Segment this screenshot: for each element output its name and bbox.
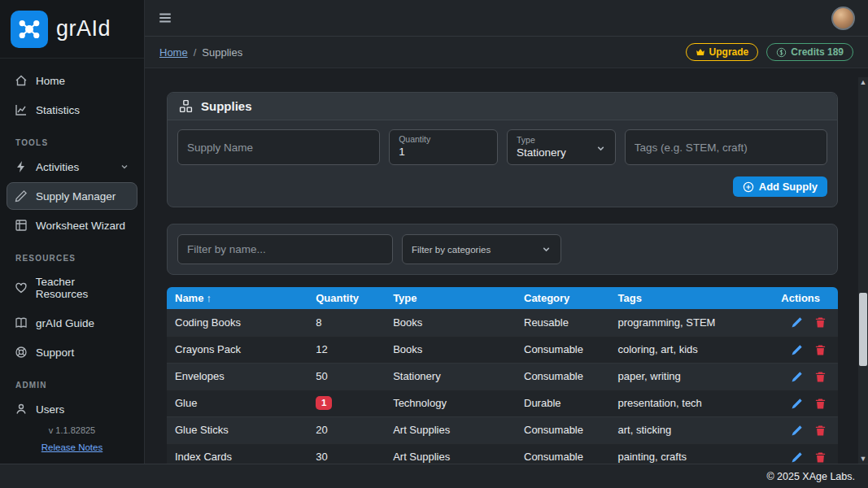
topbar (145, 0, 868, 37)
edit-icon[interactable] (791, 371, 803, 383)
delete-icon[interactable] (814, 371, 827, 383)
card-title: Supplies (201, 99, 252, 113)
sidebar-item-supply-manager[interactable]: Supply Manager (7, 182, 137, 210)
cell-quantity: 20 (308, 416, 385, 443)
user-icon (15, 403, 28, 416)
menu-icon[interactable] (158, 11, 172, 25)
column-header-type[interactable]: Type (385, 287, 516, 309)
sidebar-item-users[interactable]: Users (7, 395, 137, 423)
column-header-quantity[interactable]: Quantity (308, 287, 385, 309)
upgrade-button[interactable]: Upgrade (686, 43, 759, 61)
cell-category: Consumable (516, 336, 610, 363)
cell-quantity: 1 (308, 390, 385, 416)
cell-type: Stationery (385, 363, 516, 390)
filter-name-input[interactable] (187, 243, 383, 255)
scroll-up-arrow[interactable]: ▲ (860, 77, 867, 87)
delete-icon[interactable] (814, 344, 827, 356)
scroll-down-arrow[interactable]: ▼ (860, 454, 867, 464)
sidebar-item-teacher-resources[interactable]: Teacher Resources (7, 268, 137, 307)
sidebar-item-support[interactable]: Support (7, 338, 137, 366)
plus-circle-icon (743, 181, 754, 193)
cell-actions (761, 390, 838, 416)
column-header-name[interactable]: Name↑ (167, 287, 308, 309)
table-body: Coding Books8BooksReusableprogramming, S… (167, 309, 838, 464)
sidebar-item-label: grAId Guide (36, 317, 94, 329)
supply-name-input[interactable] (187, 142, 370, 154)
version-label: v 1.1.82825 (0, 425, 144, 435)
table-row: Coding Books8BooksReusableprogramming, S… (167, 309, 838, 336)
cell-tags: painting, crafts (610, 443, 761, 464)
delete-icon[interactable] (814, 451, 827, 464)
table-row: Index Cards30Art SuppliesConsumablepaint… (167, 443, 838, 464)
cell-type: Books (385, 336, 516, 363)
edit-icon[interactable] (791, 425, 803, 437)
cell-type: Technology (385, 390, 516, 416)
sidebar-item-label: Statistics (36, 104, 80, 116)
cell-tags: programming, STEM (610, 309, 761, 336)
delete-icon[interactable] (814, 316, 827, 329)
filter-categories-placeholder: Filter by categories (412, 245, 491, 255)
sidebar-item-home[interactable]: Home (7, 67, 137, 94)
filter-name-field[interactable] (177, 234, 393, 264)
sidebar-item-activities[interactable]: Activities (7, 153, 137, 181)
cell-tags: coloring, art, kids (610, 336, 761, 363)
add-supply-button[interactable]: Add Supply (733, 176, 827, 197)
table-header-row: Name↑ Quantity Type Category Tags Action… (167, 287, 838, 309)
cell-type: Art Supplies (385, 416, 516, 443)
table-row: Envelopes50StationeryConsumablepaper, wr… (167, 363, 838, 390)
scrollbar-track[interactable] (858, 87, 868, 454)
cell-category: Consumable (516, 363, 610, 390)
app-title: grAId (56, 16, 111, 41)
cell-category: Consumable (516, 443, 610, 464)
cell-category: Durable (516, 390, 610, 416)
edit-icon[interactable] (791, 451, 803, 464)
sidebar-item-worksheet-wizard[interactable]: Worksheet Wizard (7, 211, 137, 239)
scrollbar[interactable]: ▲ ▼ (858, 77, 868, 464)
table-row: Glue Sticks20Art SuppliesConsumableart, … (167, 416, 838, 443)
heart-icon (15, 281, 28, 294)
edit-icon[interactable] (791, 344, 803, 356)
breadcrumb-home-link[interactable]: Home (159, 46, 188, 59)
delete-icon[interactable] (814, 425, 827, 437)
grid-icon (15, 219, 28, 232)
cell-actions (761, 336, 838, 363)
logo-icon (11, 11, 48, 48)
release-notes-link[interactable]: Release Notes (0, 442, 144, 452)
cell-name: Envelopes (167, 363, 308, 390)
sidebar-item-label: Activities (36, 161, 79, 173)
type-value: Stationery (517, 146, 566, 160)
column-header-actions: Actions (761, 287, 838, 309)
edit-icon[interactable] (791, 398, 803, 410)
filter-categories-select[interactable]: Filter by categories (402, 234, 561, 264)
lightning-icon (15, 160, 28, 173)
logo: grAId (0, 0, 144, 59)
cell-name: Index Cards (167, 443, 308, 464)
sidebar-item-statistics[interactable]: Statistics (7, 96, 137, 124)
sidebar-item-graid-guide[interactable]: grAId Guide (7, 309, 137, 337)
supply-name-field[interactable] (177, 129, 380, 165)
edit-icon[interactable] (791, 316, 803, 329)
avatar[interactable] (831, 7, 855, 30)
tags-input[interactable] (635, 142, 818, 154)
delete-icon[interactable] (814, 398, 827, 410)
app-root: grAId Home Statistics TOOLS Activities (0, 0, 868, 488)
table-row: Crayons Pack12BooksConsumablecoloring, a… (167, 336, 838, 363)
home-icon (15, 74, 28, 87)
pencil-icon (15, 190, 28, 203)
section-admin: ADMIN (7, 368, 137, 395)
quantity-field[interactable]: Quantity 1 (389, 129, 498, 165)
cell-category: Consumable (516, 416, 610, 443)
column-header-category[interactable]: Category (516, 287, 610, 309)
low-stock-badge: 1 (316, 396, 332, 410)
credits-badge[interactable]: Credits 189 (766, 43, 853, 61)
supplies-table: Name↑ Quantity Type Category Tags Action… (167, 287, 838, 464)
tags-field[interactable] (625, 129, 827, 165)
column-header-tags[interactable]: Tags (610, 287, 761, 309)
scrollbar-thumb[interactable] (859, 293, 867, 366)
type-select[interactable]: Type Stationery (507, 129, 616, 165)
crown-icon (696, 47, 705, 57)
boxes-icon (179, 99, 193, 113)
supplies-card-header: Supplies (168, 93, 837, 120)
sidebar-nav: Home Statistics TOOLS Activities Supply … (0, 59, 144, 423)
cell-quantity: 12 (308, 336, 385, 363)
